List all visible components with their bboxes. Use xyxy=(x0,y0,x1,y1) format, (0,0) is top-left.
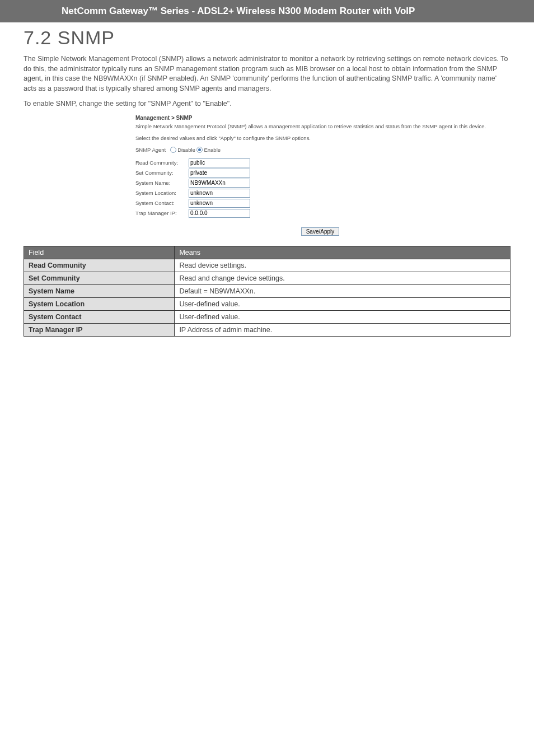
system-contact-row: System Contact: xyxy=(135,199,505,208)
table-cell-field: System Contact xyxy=(24,310,175,323)
system-contact-label: System Contact: xyxy=(135,200,189,206)
button-row: Save/Apply xyxy=(135,226,505,236)
radio-disable-label: Disable xyxy=(177,147,195,153)
table-row: Trap Manager IP IP Address of admin mach… xyxy=(24,323,510,336)
table-cell-means: Read device settings. xyxy=(175,259,510,272)
set-community-label: Set Community: xyxy=(135,170,189,176)
table-cell-field: Trap Manager IP xyxy=(24,323,175,336)
trap-manager-input[interactable] xyxy=(189,209,250,218)
system-location-row: System Location: xyxy=(135,189,505,198)
section-heading: 7.2 SNMP xyxy=(24,27,510,49)
table-row: System Name Default = NB9WMAXXn. xyxy=(24,284,510,297)
system-location-label: System Location: xyxy=(135,190,189,196)
table-cell-means: Default = NB9WMAXXn. xyxy=(175,284,510,297)
table-row: Set Community Read and change device set… xyxy=(24,272,510,284)
body-paragraph-2: To enable SNMP, change the setting for "… xyxy=(24,99,510,109)
table-cell-means: IP Address of admin machine. xyxy=(175,323,510,336)
table-cell-field: Set Community xyxy=(24,272,175,284)
set-community-row: Set Community: xyxy=(135,169,505,178)
system-name-row: System Name: xyxy=(135,179,505,188)
table-row: System Contact User-defined value. xyxy=(24,310,510,323)
radio-enable[interactable] xyxy=(196,147,203,153)
table-header-row: Field Means xyxy=(24,246,510,259)
table-cell-means: Read and change device settings. xyxy=(175,272,510,284)
blank-spacer xyxy=(24,337,510,757)
table-cell-means: User-defined value. xyxy=(175,310,510,323)
field-means-table: Field Means Read Community Read device s… xyxy=(24,246,510,337)
save-apply-button[interactable]: Save/Apply xyxy=(301,227,340,236)
system-name-label: System Name: xyxy=(135,180,189,186)
table-row: Read Community Read device settings. xyxy=(24,259,510,272)
screenshot-title: Management > SNMP xyxy=(135,115,505,121)
radio-enable-label: Enable xyxy=(204,147,221,153)
read-community-row: Read Community: xyxy=(135,158,505,167)
body-paragraph-1: The Simple Network Management Protocol (… xyxy=(24,54,510,94)
page-content: 7.2 SNMP The Simple Network Management P… xyxy=(0,22,534,756)
snmp-agent-label: SNMP Agent xyxy=(135,147,166,153)
screenshot-description-1: Simple Network Management Protocol (SNMP… xyxy=(135,123,505,129)
table-cell-field: System Name xyxy=(24,284,175,297)
trap-manager-label: Trap Manager IP: xyxy=(135,210,189,216)
read-community-input[interactable] xyxy=(189,158,250,167)
read-community-label: Read Community: xyxy=(135,160,189,166)
table-cell-field: System Location xyxy=(24,297,175,310)
system-contact-input[interactable] xyxy=(189,199,250,208)
radio-disable[interactable] xyxy=(170,147,176,153)
snmp-agent-row: SNMP Agent Disable Enable xyxy=(135,147,505,153)
trap-manager-row: Trap Manager IP: xyxy=(135,209,505,218)
table-header-field: Field xyxy=(24,246,175,259)
screenshot-description-2: Select the desired values and click "App… xyxy=(135,135,505,141)
system-name-input[interactable] xyxy=(189,179,250,188)
page-banner: NetComm Gateway™ Series - ADSL2+ Wireles… xyxy=(0,0,534,22)
table-header-means: Means xyxy=(175,246,510,259)
table-cell-means: User-defined value. xyxy=(175,297,510,310)
table-cell-field: Read Community xyxy=(24,259,175,272)
screenshot-region: Management > SNMP Simple Network Managem… xyxy=(135,115,505,236)
system-location-input[interactable] xyxy=(189,189,250,198)
table-row: System Location User-defined value. xyxy=(24,297,510,310)
set-community-input[interactable] xyxy=(189,169,250,178)
